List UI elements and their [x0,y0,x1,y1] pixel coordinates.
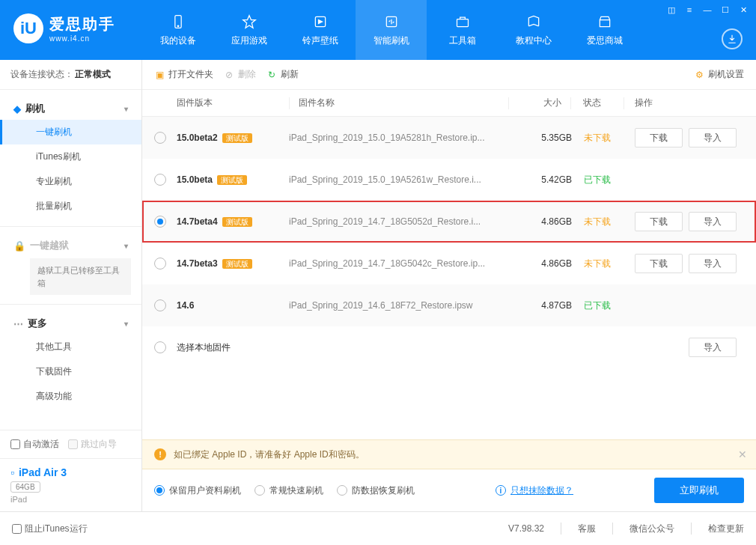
nav-icon [241,13,257,30]
statusbar: 阻止iTunes运行 V7.98.32 客服 微信公众号 检查更新 [0,511,756,545]
download-button[interactable]: 下载 [635,128,683,147]
row-radio[interactable] [154,258,166,270]
import-button[interactable]: 导入 [689,128,737,147]
radio-icon [254,485,265,496]
nav-icon [170,13,186,30]
nav-icon [454,13,471,30]
import-button[interactable]: 导入 [689,212,737,231]
delete-button[interactable]: ⊘删除 [224,68,256,81]
sidebar-item[interactable]: 其他工具 [0,335,141,359]
download-button[interactable]: 下载 [635,212,683,231]
delete-icon: ⊘ [224,70,234,80]
folder-icon: ▣ [154,70,165,80]
beta-badge: 测试版 [217,175,247,185]
refresh-icon: ↻ [266,70,277,80]
warning-banner: ! 如已绑定 Apple ID，请准备好 Apple ID和密码。 ✕ [142,439,756,469]
menu-icon[interactable]: ≡ [683,3,696,16]
beta-badge: 测试版 [222,133,252,143]
sidebar-item[interactable]: 批量刷机 [0,194,141,219]
block-itunes-checkbox[interactable]: 阻止iTunes运行 [12,523,88,535]
beta-badge: 测试版 [222,259,252,269]
import-button[interactable]: 导入 [689,254,737,273]
table-row[interactable]: 14.7beta4测试版iPad_Spring_2019_14.7_18G505… [142,201,756,243]
chevron-down-icon: ▾ [124,105,128,113]
row-radio[interactable] [154,174,166,186]
sidebar-item[interactable]: iTunes刷机 [0,144,141,169]
table-row[interactable]: 15.0beta测试版iPad_Spring_2019_15.0_19A5261… [142,159,756,201]
logo: iU 爱思助手 www.i4.cn [0,0,142,43]
device-storage: 64GB [10,481,40,493]
sidebar-item[interactable]: 高级功能 [0,384,141,409]
download-manager-icon[interactable] [722,28,743,49]
radio-icon [154,485,165,496]
check-update-link[interactable]: 检查更新 [708,523,744,535]
lock-icon: 🔒 [13,240,25,252]
close-warning-icon[interactable]: ✕ [738,448,747,460]
erase-data-link[interactable]: 只想抹除数据？ [510,484,573,497]
sidebar-section-more[interactable]: ⋯ 更多 ▾ [0,312,141,335]
flash-option[interactable]: 常规快速刷机 [254,484,323,497]
gear-icon: ⚙ [694,70,704,80]
service-link[interactable]: 客服 [578,523,596,535]
toolbar: ▣打开文件夹 ⊘删除 ↻刷新 ⚙刷机设置 [142,60,756,90]
nav-tools[interactable]: 工具箱 [427,0,498,60]
warning-icon: ! [154,448,166,460]
auto-activate-checkbox[interactable]: 自动激活 [10,438,59,451]
jailbreak-note: 越狱工具已转移至工具箱 [30,258,131,295]
nav-icon [312,13,329,30]
nav-store[interactable]: 爱思商城 [569,0,640,60]
sidebar-item[interactable]: 下载固件 [0,359,141,384]
beta-badge: 测试版 [222,217,252,227]
nav-icon [383,13,400,30]
import-button[interactable]: 导入 [689,338,737,357]
refresh-button[interactable]: ↻刷新 [266,68,299,81]
maximize-icon[interactable]: ☐ [719,3,732,16]
nav-device[interactable]: 我的设备 [142,0,213,60]
nav-apps[interactable]: 应用游戏 [213,0,284,60]
minimize-icon[interactable]: — [701,3,714,16]
main-pane: ▣打开文件夹 ⊘删除 ↻刷新 ⚙刷机设置 固件版本 固件名称 大小 状态 操作 … [142,60,756,511]
sidebar-item[interactable]: 专业刷机 [0,169,141,194]
flash-option[interactable]: 防数据恢复刷机 [337,484,415,497]
flash-option[interactable]: 保留用户资料刷机 [154,484,241,497]
chevron-down-icon: ▾ [124,242,128,250]
row-radio[interactable] [154,299,166,311]
skip-guide-checkbox[interactable]: 跳过向导 [68,438,117,451]
device-type: iPad [10,495,131,504]
chevron-down-icon: ▾ [124,320,128,328]
table-row[interactable]: 14.7beta3测试版iPad_Spring_2019_14.7_18G504… [142,243,756,284]
connection-status: 设备连接状态：正常模式 [0,60,141,90]
shirt-icon[interactable]: ◫ [665,3,678,16]
table-row[interactable]: 14.6iPad_Spring_2019_14.6_18F72_Restore.… [142,284,756,326]
download-button[interactable]: 下载 [635,254,683,273]
window-controls: ◫ ≡ — ☐ ✕ [665,3,750,16]
open-folder-button[interactable]: ▣打开文件夹 [154,68,213,81]
logo-icon: iU [13,13,43,43]
nav-media[interactable]: 铃声壁纸 [284,0,356,60]
svg-rect-4 [457,19,468,26]
sidebar-item[interactable]: 一键刷机 [0,120,141,144]
nav-tutorial[interactable]: 教程中心 [498,0,569,60]
more-icon: ⋯ [13,318,23,329]
svg-point-1 [177,25,179,27]
table-row[interactable]: 15.0beta2测试版iPad_Spring_2019_15.0_19A528… [142,117,756,159]
device-info: ▫iPad Air 3 64GB iPad [0,459,141,511]
table-row-local[interactable]: 选择本地固件导入 [142,326,756,368]
nav-icon [597,13,613,30]
sidebar: 设备连接状态：正常模式 ◆ 刷机 ▾ 一键刷机iTunes刷机专业刷机批量刷机 … [0,60,142,511]
table-header: 固件版本 固件名称 大小 状态 操作 [142,90,756,117]
nav-flash[interactable]: 智能刷机 [356,0,427,60]
close-icon[interactable]: ✕ [737,3,750,16]
brand-url: www.i4.cn [49,34,115,43]
info-icon: i [496,485,506,496]
titlebar: iU 爱思助手 www.i4.cn 我的设备应用游戏铃声壁纸智能刷机工具箱教程中… [0,0,756,60]
row-radio[interactable] [154,341,166,353]
row-radio[interactable] [154,132,166,144]
flash-icon: ◆ [13,103,21,115]
wechat-link[interactable]: 微信公众号 [630,523,674,535]
sidebar-section-flash[interactable]: ◆ 刷机 ▾ [0,97,141,120]
flash-settings-button[interactable]: ⚙刷机设置 [694,68,744,81]
flash-now-button[interactable]: 立即刷机 [654,478,744,503]
row-radio[interactable] [154,216,166,228]
main-nav: 我的设备应用游戏铃声壁纸智能刷机工具箱教程中心爱思商城 [142,0,640,60]
